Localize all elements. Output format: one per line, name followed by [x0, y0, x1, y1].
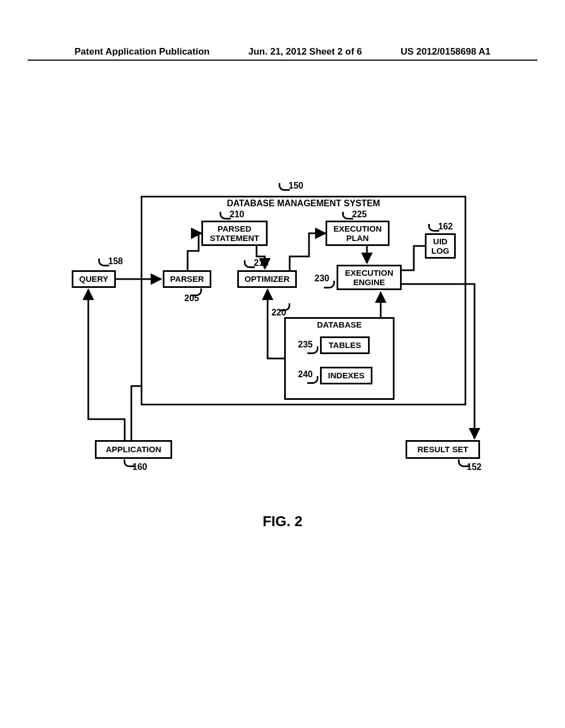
- ref-210: 210: [230, 210, 244, 220]
- uid-log-box: UID LOG: [425, 233, 456, 259]
- header-right: US 2012/0158698 A1: [401, 46, 491, 57]
- figure-caption: FIG. 2: [0, 513, 565, 530]
- ref-225: 225: [352, 210, 367, 220]
- database-container: [284, 317, 395, 400]
- hook-152: [458, 459, 469, 467]
- diagram-fig2: DATABASE MANAGEMENT SYSTEM DATABASE QUER…: [72, 176, 494, 485]
- ref-150: 150: [289, 181, 303, 191]
- query-box: QUERY: [72, 270, 116, 288]
- tables-box: TABLES: [320, 336, 370, 354]
- header-rule: [28, 60, 537, 61]
- hook-150: [279, 183, 290, 191]
- application-box: APPLICATION: [95, 440, 172, 459]
- header-mid: Jun. 21, 2012 Sheet 2 of 6: [248, 46, 362, 57]
- parsed-statement-box: PARSED STATEMENT: [201, 221, 268, 246]
- optimizer-box: OPTIMIZER: [237, 270, 297, 288]
- hook-210: [220, 212, 231, 220]
- hook-215: [244, 260, 255, 268]
- execution-plan-box: EXECUTION PLAN: [326, 221, 390, 246]
- dbms-title: DATABASE MANAGEMENT SYSTEM: [215, 199, 392, 208]
- hook-162: [428, 224, 439, 232]
- database-title: DATABASE: [303, 320, 375, 329]
- header-left: Patent Application Publication: [74, 46, 210, 57]
- hook-158: [98, 259, 109, 266]
- parser-box: PARSER: [163, 270, 211, 288]
- ref-162: 162: [438, 222, 453, 232]
- execution-engine-box: EXECUTION ENGINE: [337, 265, 402, 290]
- result-set-box: RESULT SET: [406, 440, 480, 459]
- ref-215: 215: [254, 258, 269, 268]
- ref-152: 152: [467, 462, 482, 472]
- ref-158: 158: [108, 256, 123, 266]
- indexes-box: INDEXES: [320, 367, 372, 384]
- ref-160: 160: [132, 462, 147, 472]
- hook-225: [342, 212, 353, 220]
- hook-160: [124, 459, 135, 467]
